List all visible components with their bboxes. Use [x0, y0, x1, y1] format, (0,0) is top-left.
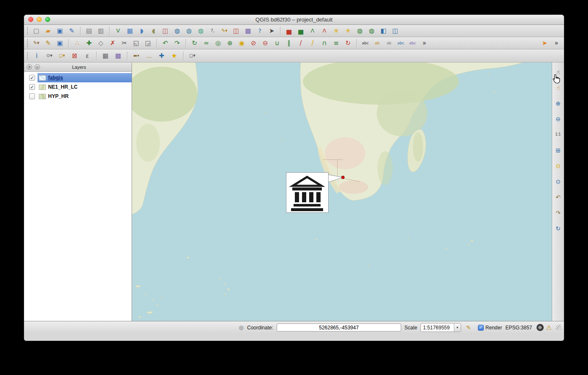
redo-icon[interactable]: ↷	[172, 38, 182, 48]
new-project-icon[interactable]: ▢	[31, 26, 41, 36]
panel-close-icon[interactable]: ✕	[27, 64, 32, 70]
rotate-feature-icon[interactable]: ↻	[189, 38, 200, 48]
map-canvas[interactable]	[132, 62, 552, 321]
select-features-icon[interactable]: ⊙▾	[44, 50, 55, 61]
add-oracle-layer-icon[interactable]: ◫	[231, 26, 241, 36]
toolbar-drag-handle[interactable]	[27, 52, 28, 60]
split-features-icon[interactable]: /	[296, 38, 306, 48]
extent-toggle-icon[interactable]: ◎	[237, 324, 245, 331]
layer-visibility-checkbox[interactable]: ✓	[29, 84, 35, 90]
bar-chart-red-icon[interactable]: ▅	[284, 26, 294, 36]
resize-grip[interactable]	[556, 325, 561, 330]
terrain-profile-red-icon[interactable]: Λ	[319, 26, 329, 36]
map-tips-icon[interactable]: …	[143, 50, 154, 61]
title-bar[interactable]: QGIS bd62f30 – project_default	[24, 15, 564, 25]
label-settings-icon[interactable]: abc	[360, 38, 370, 48]
node-tool-icon[interactable]: ◇	[96, 38, 106, 48]
current-edits-icon[interactable]: ✎▾	[31, 38, 41, 48]
open-project-icon[interactable]: ▰	[43, 26, 53, 36]
label-pin-icon[interactable]: ab	[372, 38, 382, 48]
close-button[interactable]	[28, 17, 33, 22]
save-project-as-icon[interactable]: ✎	[67, 26, 77, 36]
measure-icon[interactable]: ▬▾	[131, 50, 142, 61]
identify-features-icon[interactable]: i	[31, 50, 42, 61]
undo-icon[interactable]: ↶	[160, 38, 170, 48]
fill-ring-icon[interactable]: ◉	[237, 38, 247, 48]
help-icon[interactable]: ?	[255, 26, 265, 36]
select-rectangle-icon[interactable]: ◻▾	[57, 50, 67, 61]
zoom-button[interactable]	[45, 17, 50, 22]
layer-item-fabgis[interactable]: ✓fabgis	[24, 73, 132, 82]
pan-to-selection-icon[interactable]: ☝	[553, 83, 563, 92]
globe-plus-icon[interactable]: ◍	[355, 26, 365, 36]
sun-raster-icon[interactable]: ✳	[331, 26, 341, 36]
zoom-next-icon[interactable]: ↷	[553, 208, 563, 217]
refresh-map-icon[interactable]: ↻	[553, 224, 563, 233]
rotate-point-symbols-icon[interactable]: ↻	[343, 38, 353, 48]
delete-part-icon[interactable]: ⊖	[260, 38, 270, 48]
coordinate-input[interactable]	[277, 323, 401, 332]
add-wms-layer-icon[interactable]: ◍	[172, 26, 182, 36]
terrain-profile-icon[interactable]: Λ	[307, 26, 318, 36]
add-ring-icon[interactable]: ◎	[213, 38, 223, 48]
sun-raster-2-icon[interactable]: ✳	[343, 26, 353, 36]
save-layer-edits-icon[interactable]: ▣	[55, 38, 65, 48]
toolbar-drag-handle[interactable]	[27, 27, 28, 35]
add-wcs-layer-icon[interactable]: ◍	[184, 26, 194, 36]
panel-float-icon[interactable]: ▫	[35, 64, 40, 70]
render-checkbox[interactable]: ✓	[478, 325, 484, 331]
layer-item-hyp_hr[interactable]: HYP_HR	[24, 92, 132, 101]
add-spatialite-layer-icon[interactable]: ◖	[148, 26, 159, 36]
overflow-chevron-2-icon[interactable]: »	[551, 38, 561, 48]
zoom-in-icon[interactable]: ⊕	[553, 99, 563, 108]
toggle-editing-icon[interactable]: ✎	[43, 38, 53, 48]
copy-features-icon[interactable]: ◱	[131, 38, 141, 48]
delete-selected-icon[interactable]: ✗	[108, 38, 118, 48]
map-tiles-icon[interactable]: ◧	[378, 26, 388, 36]
offset-curve-icon[interactable]: ∥	[284, 38, 294, 48]
merge-features-icon[interactable]: ∩	[319, 38, 329, 48]
whats-this-icon[interactable]: ➤	[267, 26, 277, 36]
select-by-expression-icon[interactable]: ε	[82, 50, 93, 61]
reshape-features-icon[interactable]: ∪	[272, 38, 282, 48]
add-feature-icon[interactable]: ∴	[72, 38, 82, 48]
bar-chart-green-icon[interactable]: ▅	[296, 26, 306, 36]
zoom-to-selection-icon[interactable]: ⊙	[553, 161, 563, 171]
decoration-arrow-icon[interactable]: ➤	[539, 38, 550, 48]
label-visibility-icon[interactable]: ab	[384, 38, 394, 48]
layer-visibility-checkbox[interactable]	[29, 93, 35, 99]
layer-item-ne1_hr_lc[interactable]: ✓NE1_HR_LC	[24, 82, 132, 92]
layer-visibility-checkbox[interactable]: ✓	[29, 75, 35, 81]
add-delimited-text-layer-icon[interactable]: ?,	[208, 26, 218, 36]
database-manager-icon[interactable]: ◫	[390, 26, 400, 36]
composer-manager-icon[interactable]: ▥	[96, 26, 106, 36]
delete-ring-icon[interactable]: ⊘	[248, 38, 259, 48]
show-bookmarks-icon[interactable]: ★	[169, 50, 180, 61]
log-messages-icon[interactable]: ⚠	[546, 324, 552, 332]
attribute-table-icon[interactable]: ▦	[100, 50, 111, 61]
overflow-chevron-icon[interactable]: »	[419, 38, 429, 48]
new-print-composer-icon[interactable]: ▤	[84, 26, 94, 36]
crs-status-icon[interactable]: ⊕	[537, 324, 544, 331]
plugin-manager-icon[interactable]: ▩	[243, 26, 253, 36]
field-calculator-icon[interactable]: ▩	[113, 50, 124, 61]
zoom-out-icon[interactable]: ⊖	[553, 114, 563, 124]
zoom-full-icon[interactable]: ⊞	[553, 146, 563, 155]
rotate-label-icon[interactable]: abc	[407, 38, 418, 48]
simplify-feature-icon[interactable]: ≈	[201, 38, 211, 48]
stop-rendering-icon[interactable]: ✎	[464, 324, 473, 331]
zoom-native-icon[interactable]: 1:1	[553, 130, 563, 139]
deselect-features-icon[interactable]: ⊠	[69, 50, 80, 61]
toolbar-drag-handle[interactable]	[27, 39, 28, 47]
move-feature-icon[interactable]: ✚	[84, 38, 94, 48]
add-wfs-layer-icon[interactable]: ◍	[196, 26, 206, 36]
new-shapefile-layer-icon[interactable]: ✎▾	[219, 26, 229, 36]
text-annotation-icon[interactable]: ◻▾	[187, 50, 198, 61]
add-vector-layer-icon[interactable]: V	[113, 26, 123, 36]
save-project-icon[interactable]: ▣	[55, 26, 65, 36]
move-label-icon[interactable]: abc	[396, 38, 406, 48]
split-parts-icon[interactable]: /	[307, 38, 318, 48]
add-postgis-layer-icon[interactable]: ◗	[137, 26, 147, 36]
minimize-button[interactable]	[37, 17, 42, 22]
add-raster-layer-icon[interactable]: ▦	[125, 26, 135, 36]
